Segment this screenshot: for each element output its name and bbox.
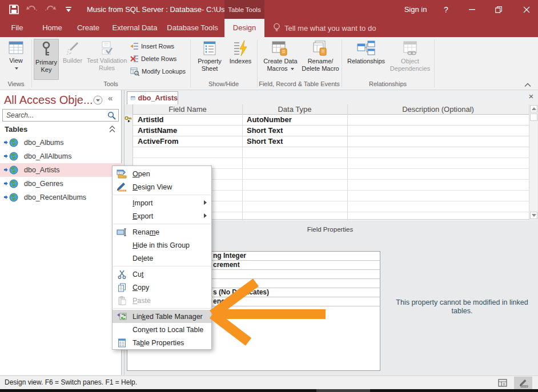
- undo-icon[interactable]: [25, 3, 39, 16]
- search-input[interactable]: [5, 110, 105, 120]
- grid-header-row: Field Name Data Type Description (Option…: [125, 104, 529, 115]
- indexes-button[interactable]: Indexes: [227, 39, 254, 80]
- chevron-down-icon: [291, 68, 294, 70]
- menu-item-paste[interactable]: Paste: [113, 294, 211, 307]
- menu-item-linked-table-manager[interactable]: Linked Table Manager: [113, 310, 211, 323]
- menu-item-delete[interactable]: Delete: [113, 252, 211, 265]
- nav-pane-title[interactable]: All Access Obje...: [4, 94, 93, 107]
- nav-menu-dropdown-icon[interactable]: [93, 95, 103, 107]
- group-views: Views: [3, 80, 29, 87]
- modify-lookups-icon: [130, 67, 139, 76]
- scroll-up-icon[interactable]: [530, 105, 537, 112]
- column-divider[interactable]: [347, 104, 348, 220]
- property-sheet-button[interactable]: Property Sheet: [194, 39, 226, 80]
- primary-key-row-icon: [125, 115, 133, 126]
- menu-item-open[interactable]: Open: [113, 167, 211, 180]
- view-button[interactable]: View: [3, 39, 29, 80]
- linked-table-globe-icon: [4, 179, 19, 188]
- view-icon: [8, 41, 24, 55]
- collapse-group-icon[interactable]: [109, 125, 115, 135]
- vertical-scrollbar[interactable]: [529, 104, 537, 220]
- field-row-artistid[interactable]: ArtistIdAutoNumber: [133, 115, 529, 126]
- search-icon[interactable]: [107, 111, 116, 122]
- group-tools: Tools: [32, 80, 190, 87]
- design-view-icon: [115, 182, 128, 192]
- object-dependencies-button[interactable]: Object Dependencies: [388, 39, 432, 80]
- chevron-down-icon: [15, 67, 18, 70]
- collapse-ribbon-icon[interactable]: [524, 79, 531, 90]
- create-data-macros-icon: [272, 41, 289, 56]
- tab-external-data[interactable]: External Data: [109, 19, 161, 37]
- menu-item-export[interactable]: Export: [113, 209, 211, 223]
- document-tab-dbo-artists[interactable]: dbo_Artists: [127, 91, 178, 104]
- sidebar-item-dbo-artists[interactable]: dbo_Artists: [0, 163, 122, 177]
- scroll-down-icon[interactable]: [530, 212, 537, 219]
- scrollbar-thumb[interactable]: [530, 114, 537, 121]
- status-bar: Design view. F6 = Switch panes. F1 = Hel…: [0, 375, 538, 389]
- save-icon[interactable]: [7, 3, 21, 16]
- builder-button[interactable]: Builder: [60, 39, 85, 80]
- tell-me-box[interactable]: Tell me what you want to do: [273, 19, 376, 37]
- help-button[interactable]: ?: [439, 0, 453, 19]
- shutter-bar-close-icon[interactable]: «: [108, 93, 113, 103]
- linked-table-manager-icon: [115, 312, 128, 321]
- field-row-activefrom[interactable]: ActiveFromShort Text: [133, 136, 529, 147]
- annotation-arrow: [204, 277, 330, 350]
- design-view-button[interactable]: [514, 377, 532, 389]
- lightbulb-icon: [273, 23, 280, 34]
- sign-in-button[interactable]: Sign in: [400, 0, 431, 19]
- relationships-button[interactable]: Relationships: [345, 39, 387, 80]
- tab-home[interactable]: Home: [37, 19, 68, 37]
- tab-database-tools[interactable]: Database Tools: [164, 19, 220, 37]
- linked-table-globe-icon: [4, 152, 19, 161]
- menu-item-cut[interactable]: Cut: [113, 268, 211, 281]
- group-field-record: Field, Record & Table Events: [258, 80, 341, 87]
- column-divider[interactable]: [242, 104, 243, 220]
- sidebar-item-dbo-albums[interactable]: dbo_Albums: [0, 136, 122, 149]
- tab-file[interactable]: File: [5, 19, 30, 37]
- linked-table-globe-icon: [4, 138, 19, 147]
- design-view-status-icon: [519, 379, 528, 387]
- rename-delete-macro-button[interactable]: Rename/ Delete Macro: [302, 39, 339, 80]
- datasheet-view-icon: [498, 379, 507, 387]
- datasheet-view-button[interactable]: [493, 377, 512, 389]
- customize-quick-access-toolbar-icon[interactable]: [62, 3, 75, 16]
- tab-design[interactable]: Design: [224, 19, 264, 37]
- cut-icon: [115, 270, 128, 279]
- insert-rows-button[interactable]: Insert Rows: [130, 41, 174, 52]
- nav-section-tables[interactable]: Tables: [0, 123, 122, 136]
- sidebar-item-dbo-recentalbums[interactable]: dbo_RecentAlbums: [0, 191, 122, 204]
- create-data-macros-button[interactable]: Create Data Macros: [260, 39, 300, 80]
- field-row-artistname[interactable]: ArtistNameShort Text: [133, 126, 529, 136]
- menu-item-copy[interactable]: Copy: [113, 281, 211, 294]
- empty-field-row[interactable]: [133, 147, 529, 158]
- menu-item-import[interactable]: Import: [113, 196, 211, 209]
- restore-button[interactable]: [488, 0, 509, 19]
- primary-key-button[interactable]: Primary Key: [34, 39, 59, 80]
- submenu-arrow-icon: [204, 200, 207, 205]
- menu-item-rename[interactable]: Rename: [113, 225, 211, 239]
- title-bar: Music from SQL Server : Database- C:\Use…: [0, 0, 538, 19]
- copy-icon: [115, 283, 128, 292]
- column-header-description: Description (Optional): [347, 104, 529, 115]
- indexes-icon: [233, 41, 248, 56]
- menu-item-convert-to-local-table[interactable]: Convert to Local Table: [113, 323, 211, 336]
- menu-item-hide-in-this-group[interactable]: Hide in this Group: [113, 239, 211, 252]
- sidebar-item-dbo-allalbums[interactable]: dbo_AllAlbums: [0, 149, 122, 163]
- sidebar-item-dbo-genres[interactable]: dbo_Genres: [0, 177, 122, 191]
- test-validation-rules-button[interactable]: Test Validation Rules: [86, 39, 127, 80]
- modify-lookups-button[interactable]: Modify Lookups: [130, 66, 186, 77]
- minimize-button[interactable]: [461, 0, 482, 19]
- menu-item-table-properties[interactable]: Table Properties: [113, 336, 211, 349]
- tab-create[interactable]: Create: [73, 19, 104, 37]
- menu-separator: [113, 224, 211, 224]
- tell-me-label: Tell me what you want to do: [284, 24, 376, 33]
- redo-icon[interactable]: [43, 3, 57, 16]
- left-arrow-icon: [204, 277, 330, 348]
- menu-item-design-view[interactable]: Design View: [113, 180, 211, 193]
- delete-rows-button[interactable]: Delete Rows: [130, 53, 176, 64]
- status-text: Design view. F6 = Switch panes. F1 = Hel…: [5, 376, 137, 389]
- close-button[interactable]: [515, 0, 538, 19]
- close-document-icon[interactable]: ×: [526, 91, 536, 102]
- contextual-tab-group-label: Table Tools: [224, 0, 264, 19]
